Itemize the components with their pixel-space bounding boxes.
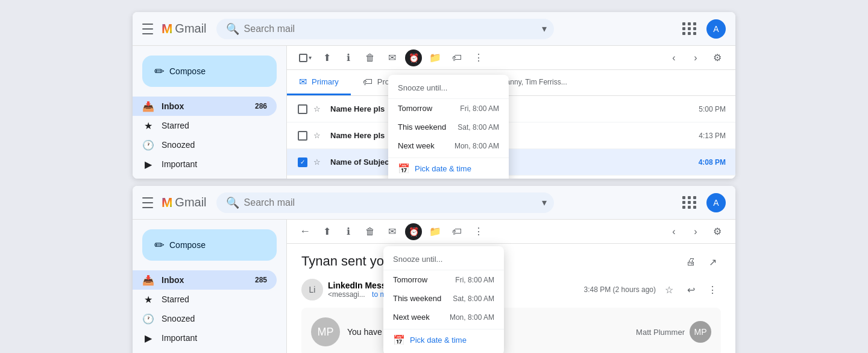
- starred-label: Starred: [162, 121, 267, 130]
- menu-icon[interactable]: [142, 22, 157, 36]
- gmail-logo-2: M Gmail: [162, 195, 207, 211]
- compose-button[interactable]: ✏ Compose: [142, 56, 277, 87]
- snooze-weekend-2[interactable]: This weekend Sat, 8:00 AM: [383, 289, 504, 308]
- sidebar-item-sent-2[interactable]: ➤ Sent: [133, 348, 277, 353]
- gmail-m-icon: M: [162, 21, 172, 37]
- snooze-tomorrow-label: Tomorrow: [398, 104, 432, 113]
- checkbox-3[interactable]: ✓: [297, 157, 309, 167]
- search-input[interactable]: [244, 24, 544, 34]
- sidebar-2: ✏ Compose 📥 Inbox 285 ★ Starred 🕐 Snooze…: [133, 220, 287, 353]
- checkbox-2[interactable]: [297, 131, 309, 141]
- email-list-1: ☆ Name Here pls subject line here... 5:0…: [287, 96, 735, 179]
- snooze-button[interactable]: ⏰: [405, 49, 422, 66]
- snooze-tomorrow-2[interactable]: Tomorrow Fri, 8:00 AM: [383, 270, 504, 289]
- topbar-1: M Gmail 🔍 ▾ A: [133, 12, 735, 46]
- nav-prev-button-2[interactable]: ‹: [665, 223, 682, 240]
- label-button-2[interactable]: 🏷: [448, 223, 465, 240]
- nav-prev-button[interactable]: ‹: [665, 49, 682, 66]
- sidebar-item-important-2[interactable]: ▶ Important: [133, 328, 277, 348]
- sidebar-item-sent[interactable]: ➤ Sent: [133, 174, 277, 179]
- star-3[interactable]: ☆: [313, 157, 326, 167]
- apps-icon[interactable]: [680, 19, 699, 39]
- email-toolbar-2: ← ⬆ ℹ 🗑 ✉ ⏰ 📁 🏷 ⋮ ‹ › ⚙: [287, 220, 735, 244]
- starred-icon-2: ★: [142, 293, 154, 305]
- person-name: Matt Plummer: [636, 328, 685, 337]
- select-all-button[interactable]: ▾: [297, 49, 313, 66]
- search-bar-2[interactable]: 🔍 ▾: [216, 192, 554, 213]
- external-link-button[interactable]: ↗: [704, 253, 721, 270]
- sidebar-item-starred-2[interactable]: ★ Starred: [133, 290, 277, 309]
- nav-next-button[interactable]: ›: [687, 49, 704, 66]
- email-row[interactable]: ☆ Tynan sent you a new message T 3:48 PM: [287, 176, 735, 179]
- email-detail-view: Tynan sent you a ne... 🖨 ↗ Li LinkedIn M…: [287, 244, 735, 353]
- avatar-2[interactable]: A: [706, 193, 726, 212]
- more-email-button[interactable]: ⋮: [704, 281, 721, 298]
- calendar-icon-2: 📅: [393, 334, 405, 346]
- email-detail-area: ← ⬆ ℹ 🗑 ✉ ⏰ 📁 🏷 ⋮ ‹ › ⚙ Tynan sent you a…: [287, 220, 735, 353]
- sidebar-item-snoozed-2[interactable]: 🕐 Snoozed: [133, 309, 277, 328]
- snooze-pick-date-2[interactable]: 📅 Pick date & time: [383, 329, 504, 351]
- settings-button-2[interactable]: ⚙: [709, 223, 726, 240]
- checkbox-icon: [298, 131, 307, 141]
- compose-button-2[interactable]: ✏ Compose: [142, 229, 277, 261]
- avatar[interactable]: A: [706, 19, 726, 39]
- snooze-weekend-time-2: Sat, 8:00 AM: [453, 294, 494, 303]
- search-bar[interactable]: 🔍 ▾: [216, 19, 554, 39]
- sidebar-item-snoozed[interactable]: 🕐 Snoozed: [133, 135, 277, 154]
- checkbox-checked-icon: ✓: [298, 157, 307, 167]
- checkbox-1[interactable]: [297, 104, 309, 114]
- sidebar-item-inbox[interactable]: 📥 Inbox 286: [133, 97, 277, 116]
- email-body-section: MP You have unread messages from Tynan M…: [301, 308, 721, 353]
- settings-button[interactable]: ⚙: [709, 49, 726, 66]
- mark-button-2[interactable]: ✉: [383, 223, 400, 240]
- search-dropdown-icon-2[interactable]: ▾: [542, 197, 547, 208]
- archive-button[interactable]: ⬆: [318, 49, 335, 66]
- mark-button[interactable]: ✉: [383, 49, 400, 66]
- star-1[interactable]: ☆: [313, 104, 326, 113]
- snoozed-icon: 🕐: [142, 139, 154, 151]
- snooze-nextweek-2[interactable]: Next week Mon, 8:00 AM: [383, 308, 504, 326]
- snoozed-icon-2: 🕐: [142, 313, 154, 325]
- snooze-weekend-1[interactable]: This weekend Sat, 8:00 AM: [388, 118, 509, 136]
- tab-primary[interactable]: ✉ Primary: [287, 70, 351, 95]
- print-button[interactable]: 🖨: [682, 253, 699, 270]
- email-row[interactable]: ☆ Name Here pls subject line here... 4:1…: [287, 122, 735, 149]
- person-photo: MP: [690, 321, 711, 343]
- more-button-2[interactable]: ⋮: [470, 223, 487, 240]
- snooze-nextweek-1[interactable]: Next week Mon, 8:00 AM: [388, 136, 509, 155]
- nav-next-button-2[interactable]: ›: [687, 223, 704, 240]
- snooze-button-2[interactable]: ⏰: [405, 223, 422, 240]
- search-dropdown-icon[interactable]: ▾: [542, 23, 547, 34]
- starred-icon: ★: [142, 119, 154, 132]
- snooze-weekend-label: This weekend: [398, 122, 446, 132]
- label-button[interactable]: 🏷: [448, 49, 465, 66]
- move-button[interactable]: 📁: [427, 49, 444, 66]
- important-label-2: Important: [162, 333, 267, 343]
- snooze-tomorrow-1[interactable]: Tomorrow Fri, 8:00 AM: [388, 99, 509, 118]
- snooze-pick-date-1[interactable]: 📅 Pick date & time: [388, 157, 509, 179]
- spam-button-2[interactable]: ℹ: [340, 223, 357, 240]
- move-button-2[interactable]: 📁: [427, 223, 444, 240]
- more-button[interactable]: ⋮: [470, 49, 487, 66]
- star-email-button[interactable]: ☆: [661, 281, 678, 298]
- email-row-selected[interactable]: ✓ ☆ Name of Subject... 4:08 PM: [287, 149, 735, 176]
- gmail-logo: M Gmail: [162, 21, 207, 37]
- email-row[interactable]: ☆ Name Here pls subject line here... 5:0…: [287, 96, 735, 122]
- sidebar-item-important[interactable]: ▶ Important: [133, 154, 277, 174]
- archive-button-2[interactable]: ⬆: [318, 223, 335, 240]
- delete-button[interactable]: 🗑: [362, 49, 379, 66]
- star-2[interactable]: ☆: [313, 131, 326, 140]
- back-button[interactable]: ←: [297, 223, 313, 240]
- sidebar-item-starred[interactable]: ★ Starred: [133, 116, 277, 135]
- topbar-right: A: [680, 19, 726, 39]
- menu-icon-2[interactable]: [142, 196, 157, 210]
- reply-button[interactable]: ↩: [682, 281, 699, 298]
- inbox-label-2: Inbox: [162, 275, 255, 285]
- sidebar-item-inbox-2[interactable]: 📥 Inbox 285: [133, 270, 277, 290]
- apps-icon-2[interactable]: [680, 193, 699, 212]
- spam-button[interactable]: ℹ: [340, 49, 357, 66]
- important-icon: ▶: [142, 158, 154, 170]
- delete-button-2[interactable]: 🗑: [362, 223, 379, 240]
- gmail-text: Gmail: [175, 22, 206, 36]
- search-input-2[interactable]: [244, 197, 544, 208]
